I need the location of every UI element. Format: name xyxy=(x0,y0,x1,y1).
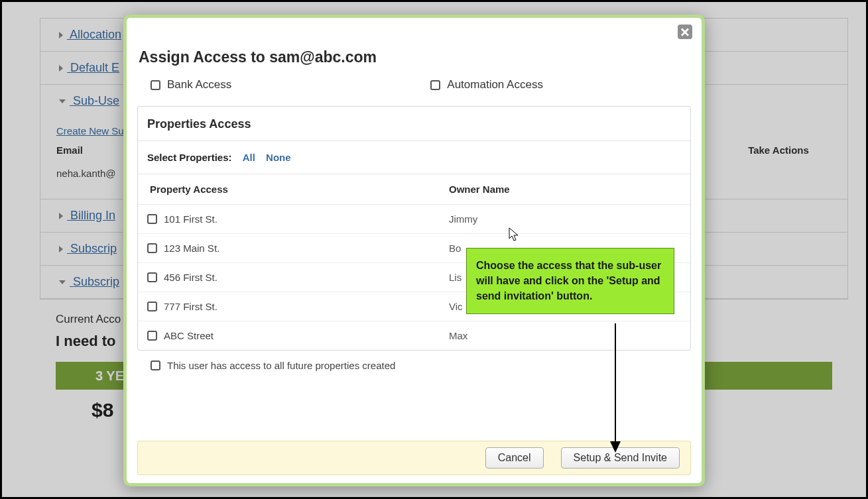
close-icon[interactable] xyxy=(678,25,692,39)
property-name: ABC Street xyxy=(164,330,214,341)
setup-send-invite-button[interactable]: Setup & Send Invite xyxy=(561,447,680,469)
property-checkbox[interactable] xyxy=(147,214,157,224)
modal-footer: Cancel Setup & Send Invite xyxy=(137,441,691,475)
col-owner-header: Owner Name xyxy=(449,184,681,195)
property-checkbox[interactable] xyxy=(147,302,157,311)
owner-name: Max xyxy=(449,330,681,341)
property-name: 123 Main St. xyxy=(164,243,219,254)
property-checkbox[interactable] xyxy=(147,272,157,282)
property-name: 101 First St. xyxy=(164,213,217,225)
col-property-header: Property Access xyxy=(147,184,449,195)
property-name: 777 First St. xyxy=(164,301,217,312)
select-all-link[interactable]: All xyxy=(243,152,255,163)
automation-access-checkbox[interactable] xyxy=(430,80,440,90)
property-name: 456 First St. xyxy=(164,272,217,283)
cancel-button[interactable]: Cancel xyxy=(485,447,544,469)
future-properties-checkbox[interactable] xyxy=(151,360,160,370)
property-row: 101 First St. Jimmy xyxy=(138,205,690,234)
property-checkbox[interactable] xyxy=(147,331,157,341)
tooltip-callout: Choose the access that the sub-user will… xyxy=(466,248,674,314)
property-checkbox[interactable] xyxy=(147,243,157,253)
bank-access-label: Bank Access xyxy=(167,78,231,91)
select-none-link[interactable]: None xyxy=(266,152,291,163)
properties-panel: Properties Access Select Properties: All… xyxy=(137,106,691,351)
future-properties-label: This user has access to all future prope… xyxy=(167,360,395,371)
modal-title: Assign Access to sam@abc.com xyxy=(127,18,702,78)
properties-panel-title: Properties Access xyxy=(138,107,690,141)
bank-access-checkbox[interactable] xyxy=(151,80,160,90)
select-properties-label: Select Properties: xyxy=(147,152,232,163)
automation-access-label: Automation Access xyxy=(447,78,543,91)
owner-name: Jimmy xyxy=(449,213,681,225)
property-row: ABC Street Max xyxy=(138,321,690,350)
